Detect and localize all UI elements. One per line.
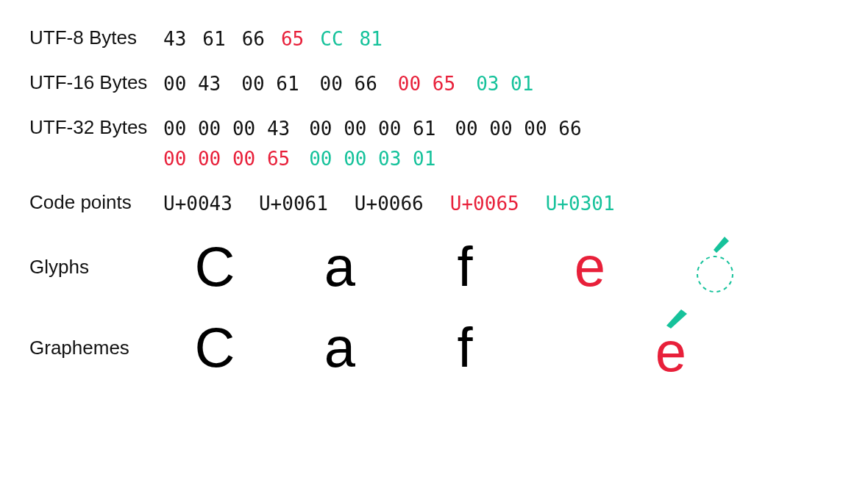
utf8-byte: 61 — [202, 26, 225, 52]
utf32-line1: 00 00 00 43 00 00 00 61 00 00 00 66 — [163, 116, 582, 142]
codepoint: U+0061 — [259, 191, 328, 217]
utf32-block: 00 00 00 43 00 00 00 61 00 00 00 66 00 0… — [163, 116, 582, 172]
grapheme-a: a — [318, 320, 362, 376]
svg-point-0 — [697, 256, 733, 292]
acute-accent-icon — [662, 308, 691, 330]
row-glyphs: Glyphs C a f e — [29, 237, 839, 296]
row-utf8: UTF-8 Bytes 43 61 66 65 CC 81 — [29, 26, 839, 52]
combining-acute-icon — [689, 234, 741, 300]
row-utf32: UTF-32 Bytes 00 00 00 43 00 00 00 61 00 … — [29, 116, 839, 172]
utf32-unit: 00 00 00 66 — [455, 116, 581, 142]
glyph-cells: C a f e — [163, 237, 737, 296]
label-glyphs: Glyphs — [29, 256, 163, 279]
utf32-unit: 00 00 00 65 — [163, 146, 290, 172]
utf8-byte: 66 — [242, 26, 265, 52]
utf8-byte: CC — [320, 26, 343, 52]
label-utf8: UTF-8 Bytes — [29, 26, 163, 49]
utf16-unit: 00 43 — [163, 71, 221, 97]
grapheme-f: f — [443, 320, 487, 376]
utf16-values: 00 43 00 61 00 66 00 65 03 01 — [163, 71, 533, 97]
utf8-values: 43 61 66 65 CC 81 — [163, 26, 383, 52]
utf32-unit: 00 00 00 61 — [309, 116, 435, 142]
label-utf32: UTF-32 Bytes — [29, 116, 163, 139]
codepoint: U+0043 — [163, 191, 232, 217]
row-graphemes: Graphemes C a f e — [29, 318, 839, 377]
row-utf16: UTF-16 Bytes 00 43 00 61 00 66 00 65 03 … — [29, 71, 839, 97]
grapheme-cells: C a f e — [163, 318, 693, 377]
utf32-line2: 00 00 00 65 00 00 03 01 — [163, 146, 582, 172]
glyph-e: e — [568, 239, 612, 295]
glyph-C: C — [193, 239, 237, 295]
glyph-f: f — [443, 239, 487, 295]
utf32-unit: 00 00 00 43 — [163, 116, 290, 142]
grapheme-e-acute: e — [649, 318, 693, 377]
utf16-unit: 00 61 — [241, 71, 299, 97]
utf16-unit: 03 01 — [476, 71, 533, 97]
codepoint: U+0065 — [450, 191, 519, 217]
glyph-combining-acute — [693, 237, 737, 296]
label-codepoints: Code points — [29, 191, 163, 214]
label-utf16: UTF-16 Bytes — [29, 71, 163, 94]
utf16-unit: 00 66 — [320, 71, 377, 97]
unicode-diagram: UTF-8 Bytes 43 61 66 65 CC 81 UTF-16 Byt… — [0, 0, 868, 488]
glyph-a: a — [318, 239, 362, 295]
utf8-byte: 43 — [163, 26, 186, 52]
utf16-unit: 00 65 — [398, 71, 455, 97]
codepoints-values: U+0043 U+0061 U+0066 U+0065 U+0301 — [163, 191, 615, 217]
row-codepoints: Code points U+0043 U+0061 U+0066 U+0065 … — [29, 191, 839, 217]
utf8-byte: 81 — [360, 26, 383, 52]
codepoint: U+0066 — [355, 191, 424, 217]
codepoint: U+0301 — [546, 191, 615, 217]
label-graphemes: Graphemes — [29, 337, 163, 359]
utf32-unit: 00 00 03 01 — [309, 146, 435, 172]
grapheme-C: C — [193, 320, 237, 376]
utf8-byte: 65 — [281, 26, 304, 52]
grapheme-e-letter: e — [655, 325, 686, 381]
